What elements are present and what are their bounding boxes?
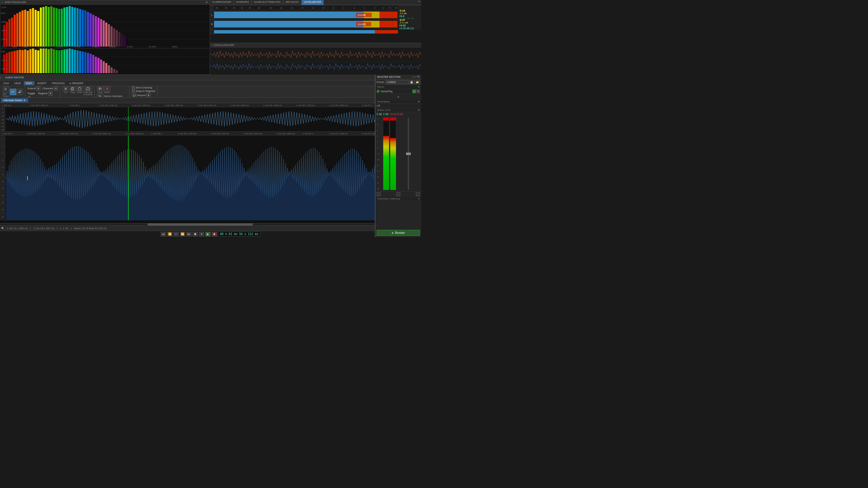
top-timeline-svg: 1 800 ms 1 min 55 s 900 ms 1 min 56 s 1 …: [0, 103, 421, 107]
svg-rect-27: [53, 7, 55, 46]
svg-rect-166: [72, 87, 74, 90]
transport-pause[interactable]: ⏸: [199, 232, 204, 236]
level-scale-bar: -60 -44 -40 -38 -36 -30 -24 -20 -16 -14 …: [210, 5, 421, 10]
crop-btn[interactable]: Crop: [97, 86, 103, 93]
master-window-buttons: — □ ✕: [412, 75, 420, 78]
svg-text:-36dB: -36dB: [1, 46, 6, 48]
bottom-track-container: 1 min 55 s 1 min 55 s 200 ms 1 min 55 s …: [0, 132, 421, 226]
final-effect-expand-btn[interactable]: ▾: [418, 197, 420, 200]
master-close[interactable]: ✕: [417, 75, 420, 78]
track-tab-close[interactable]: ✕: [24, 99, 26, 102]
right-top-panel: FILEBROWSER MARKERS SAMPLEATTRIBUTES MET…: [210, 0, 421, 74]
svg-text:1 800 ms: 1 800 ms: [2, 104, 11, 106]
tab-metadata[interactable]: METADATA: [283, 0, 302, 5]
spectroscope-close[interactable]: ✕: [206, 1, 208, 4]
svg-text:670Hz: 670Hz: [74, 46, 81, 48]
transport-record[interactable]: ⏺: [212, 232, 217, 236]
text-cursor: I: [27, 174, 28, 181]
transport-to-start[interactable]: ⏮: [161, 232, 166, 236]
menu-render[interactable]: ▶ RENDER: [67, 81, 86, 85]
svg-text:-36dB: -36dB: [1, 68, 7, 70]
menu-file[interactable]: FILE: [1, 81, 11, 85]
preset-dropdown[interactable]: Untitled: [385, 80, 408, 84]
transport-to-end[interactable]: ⏭: [186, 232, 191, 236]
svg-rect-29: [58, 9, 60, 46]
master-level-label-row: Master Level ▾: [375, 108, 421, 112]
cutting-top-row: Crop Delete: [97, 86, 110, 93]
tab-sampleattributes[interactable]: SAMPLEATTRIBUTES: [252, 0, 283, 5]
svg-rect-75: [8, 52, 10, 73]
paste-btn[interactable]: Paste: [76, 86, 83, 95]
channels-dropdown[interactable]: ▾: [54, 86, 58, 91]
speaker-tool-btn[interactable]: 🔊: [17, 89, 23, 95]
paste-cf-btn[interactable]: Paste andCrossfade: [83, 86, 93, 95]
render-button[interactable]: ► Render: [377, 230, 420, 236]
magnets-dropdown[interactable]: ▾: [146, 93, 151, 98]
level-meter-tabs: FILEBROWSER MARKERS SAMPLEATTRIBUTES MET…: [210, 0, 421, 5]
zero-crossing-cb[interactable]: [132, 86, 135, 89]
status-zoom: x: 1: 80: [60, 227, 68, 230]
master-minimize[interactable]: —: [412, 75, 415, 78]
svg-rect-115: [113, 69, 115, 73]
master-section: MASTER SECTION — □ ✕ Preset: Untitled 💾 …: [375, 74, 421, 237]
snap-magnets-cb[interactable]: [132, 90, 135, 93]
magnets-btn[interactable]: [132, 93, 136, 98]
transport-play[interactable]: ▶: [205, 232, 211, 236]
transport-stop[interactable]: ⏹: [193, 232, 198, 236]
svg-rect-152: [214, 11, 367, 18]
masterrig-on-btn[interactable]: ✓: [412, 90, 416, 93]
master-level-expand-btn[interactable]: ▾: [418, 109, 420, 111]
cut-btn[interactable]: Cut: [62, 86, 69, 95]
tab-markers[interactable]: MARKERS: [234, 0, 252, 5]
meter-L-bars: -0.4 dB: [214, 10, 398, 20]
bottom-scrollbar[interactable]: [0, 223, 421, 226]
resampling-expand-btn[interactable]: ▾: [418, 100, 420, 103]
meter-R-label: R: [210, 20, 214, 29]
track-tab[interactable]: Infectado ReMix ✕: [1, 98, 28, 102]
magnets-label: Magnets: [137, 94, 146, 97]
svg-text:-30: -30: [257, 7, 260, 9]
add-effect-btn[interactable]: +: [397, 95, 399, 99]
oscilloscope-icon: ≈: [212, 44, 213, 46]
menu-process[interactable]: PROCESS: [50, 81, 67, 85]
svg-rect-98: [68, 48, 70, 73]
top-waveform-area[interactable]: 0-6-12-18-24-30-36: [0, 107, 421, 132]
bottom-waveform-area[interactable]: 0-3-6-9-12-15-18-24-30-36-42-48 I: [0, 136, 421, 220]
meter-small-bar: [210, 29, 421, 35]
master-ctrl3[interactable]: [416, 192, 420, 196]
svg-text:2.6kHz: 2.6kHz: [109, 46, 116, 48]
svg-text:0dB: 0dB: [1, 12, 5, 14]
status-bar: 🔍 1 min 31 s 489 ms | 2 min 28 s 402 ms …: [0, 226, 421, 231]
menu-edit[interactable]: EDIT: [24, 81, 34, 85]
transport-forward[interactable]: ⏩: [180, 232, 185, 236]
fader-thumb[interactable]: [406, 153, 411, 155]
menu-view[interactable]: VIEW: [12, 81, 23, 85]
master-ctrl2[interactable]: [396, 192, 400, 196]
svg-text:-12dB: -12dB: [1, 29, 7, 32]
svg-text:1 min 56 s 800 ms: 1 min 56 s 800 ms: [329, 104, 348, 106]
delete-btn[interactable]: Delete: [104, 86, 110, 93]
svg-rect-82: [27, 50, 29, 73]
pencil-tool-btn[interactable]: ✏: [10, 89, 16, 95]
preset-load-btn[interactable]: 📁: [415, 80, 420, 84]
master-maximize[interactable]: □: [415, 75, 417, 78]
copy-btn[interactable]: Copy: [69, 86, 76, 95]
transport-rewind[interactable]: ⏪: [167, 232, 173, 236]
transport-play-stop-loop[interactable]: ↩: [174, 232, 179, 236]
svg-text:1 min 56 s: 1 min 56 s: [69, 104, 80, 106]
tab-filebrowser[interactable]: FILEBROWSER: [210, 0, 234, 5]
menu-insert[interactable]: INSERT: [35, 81, 49, 85]
effects-expand-btn[interactable]: ▾: [418, 86, 420, 88]
L-peak-value: +0.3: [399, 15, 421, 18]
extend-dropdown[interactable]: ▾: [36, 86, 40, 91]
masterrig-power-btn[interactable]: [377, 90, 379, 93]
regions-dropdown[interactable]: ▾: [48, 91, 53, 96]
preset-save-btn[interactable]: 💾: [409, 80, 414, 84]
tab-levelmeter[interactable]: LEVELMETER: [302, 0, 324, 5]
edit-project-btn[interactable]: EditProject: [3, 87, 9, 97]
bottom-scrollbar-thumb[interactable]: [148, 224, 253, 226]
master-ctrl1[interactable]: [377, 192, 381, 196]
masterrig-settings-btn[interactable]: ⚙: [416, 90, 420, 93]
svg-rect-76: [11, 52, 13, 73]
silence-btn[interactable]: [97, 94, 103, 98]
